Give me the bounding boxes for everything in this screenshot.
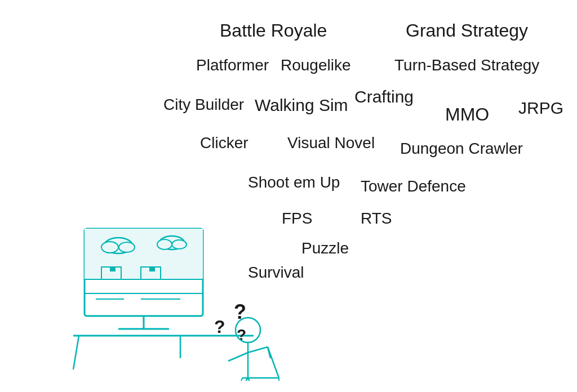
genre-label-clicker: Clicker bbox=[200, 134, 248, 152]
svg-line-37 bbox=[234, 378, 242, 381]
genre-label-grand-strategy: Grand Strategy bbox=[406, 20, 528, 41]
genre-label-crafting: Crafting bbox=[354, 87, 414, 106]
svg-line-19 bbox=[73, 336, 79, 369]
svg-point-4 bbox=[119, 242, 135, 252]
svg-rect-12 bbox=[149, 267, 155, 271]
svg-line-26 bbox=[228, 353, 248, 361]
svg-rect-10 bbox=[110, 267, 116, 271]
genre-label-shoot-em-up: Shoot em Up bbox=[248, 173, 340, 191]
genre-label-fps: FPS bbox=[282, 210, 312, 228]
genre-label-tower-defence: Tower Defence bbox=[361, 177, 466, 195]
genre-label-jrpg: JRPG bbox=[518, 99, 563, 118]
genre-label-turn-based-strategy: Turn-Based Strategy bbox=[394, 56, 539, 74]
genre-label-puzzle: Puzzle bbox=[301, 239, 349, 257]
genre-label-dungeon-crawler: Dungeon Crawler bbox=[400, 140, 523, 158]
stick-figure-illustration: ? ? ? bbox=[68, 201, 282, 381]
genre-label-rts: RTS bbox=[361, 210, 392, 228]
svg-rect-1 bbox=[85, 229, 203, 279]
genre-label-rougelike: Rougelike bbox=[281, 56, 351, 74]
genre-label-mmo: MMO bbox=[445, 104, 489, 125]
svg-text:?: ? bbox=[214, 317, 225, 337]
genre-label-battle-royale: Battle Royale bbox=[220, 20, 327, 41]
genre-label-city-builder: City Builder bbox=[163, 96, 244, 114]
svg-point-6 bbox=[157, 239, 172, 250]
svg-point-7 bbox=[172, 240, 187, 249]
genre-label-visual-novel: Visual Novel bbox=[287, 134, 375, 152]
svg-line-35 bbox=[268, 347, 279, 378]
svg-line-27 bbox=[248, 347, 268, 353]
svg-point-3 bbox=[101, 242, 118, 253]
genre-label-walking-sim: Walking Sim bbox=[255, 96, 348, 115]
genre-label-platformer: Platformer bbox=[196, 56, 269, 74]
